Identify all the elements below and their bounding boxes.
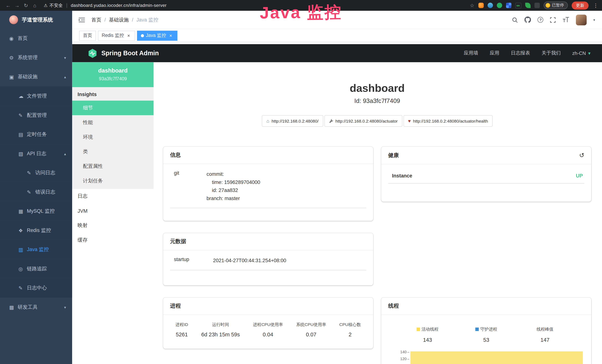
sidebar-item-infrastructure[interactable]: ▣ 基础设施 ▴ — [0, 67, 72, 86]
legend-value: 53 — [457, 337, 516, 343]
sba-brand[interactable]: Spring Boot Admin — [87, 48, 159, 58]
extension-on-icon[interactable]: on — [515, 2, 521, 8]
sba-language-select[interactable]: zh-CN ▾ — [572, 50, 591, 56]
sba-menu-scheduled-tasks[interactable]: 计划任务 — [72, 173, 153, 188]
sidebar-item-mysql-monitor[interactable]: ▦ MySQL 监控 — [0, 202, 72, 221]
sba-navbar: Spring Boot Admin 应用墙 应用 日志报表 关于我们 zh-CN… — [72, 44, 602, 62]
page-title: dashboard — [163, 82, 591, 94]
sidebar-item-tracing[interactable]: ◎ 链路追踪 — [0, 259, 72, 278]
extension-leaf-icon[interactable] — [525, 3, 530, 8]
instance-url-button[interactable]: ⌂ http://192.168.0.2:48080/ — [262, 115, 323, 127]
back-icon[interactable]: ← — [4, 2, 13, 8]
github-icon[interactable] — [525, 17, 531, 23]
stat-label: CPU核心数 — [339, 322, 361, 327]
breadcrumb-separator: / — [104, 17, 106, 23]
history-icon[interactable]: ↺ — [579, 152, 584, 159]
sidebar-item-access-logs[interactable]: ✎ 访问日志 — [0, 163, 72, 182]
spring-boot-admin-logo-icon — [87, 48, 97, 58]
app-logo[interactable]: 芋道管理系统 — [0, 11, 72, 29]
home-icon: ⌂ — [266, 118, 269, 124]
tab-home[interactable]: 首页 — [79, 31, 96, 41]
sba-menu-environment[interactable]: 环境 — [72, 130, 153, 144]
toolbox-icon: ▩ — [9, 304, 18, 310]
instance-links: ⌂ http://192.168.0.2:48080/ http://192.1… — [163, 115, 591, 127]
sidebar-item-dev-tools[interactable]: ▩ 研发工具 ▾ — [0, 298, 72, 317]
sidebar-item-label: MySQL 监控 — [27, 208, 55, 214]
threads-legend: 活动线程 143 守护进程 — [388, 320, 584, 343]
user-avatar[interactable] — [576, 14, 587, 25]
health-url-button[interactable]: ♥ http://192.168.0.2:48080/actuator/heal… — [403, 115, 493, 127]
update-button[interactable]: 更新 — [572, 1, 589, 9]
sba-menu-caches[interactable]: 缓存 — [72, 233, 153, 247]
process-card: 进程 进程ID 5261 运行时间 — [163, 298, 373, 349]
stat-value: 2 — [339, 331, 361, 337]
sba-menu-mappings[interactable]: 映射 — [72, 218, 153, 233]
user-menu-caret-icon[interactable]: ▾ — [593, 18, 595, 22]
sidebar-item-api-logs[interactable]: ▧ API 日志 ▴ — [0, 144, 72, 163]
sidebar-item-home[interactable]: ◉ 首页 — [0, 29, 72, 48]
help-icon[interactable]: ? — [538, 17, 543, 23]
legend-active-threads: 活动线程 143 — [398, 326, 457, 343]
active-tab-dot — [141, 34, 144, 37]
sidebar-item-log-center[interactable]: ✎ 日志中心 — [0, 278, 72, 298]
extension-green-circle-icon[interactable] — [497, 3, 502, 8]
metadata-value: 2021-04-27T00:44:31.254+08:00 — [213, 257, 286, 264]
reload-icon[interactable]: ↻ — [22, 2, 30, 8]
close-tab-icon[interactable]: × — [126, 33, 131, 38]
fullscreen-icon[interactable] — [550, 17, 556, 23]
sba-nav-about[interactable]: 关于我们 — [542, 50, 561, 56]
sba-nav-wallboard[interactable]: 应用墙 — [464, 50, 478, 56]
stat-label: 运行时间 — [201, 322, 240, 327]
sidebar-item-system-management[interactable]: ⚙ 系统管理 ▾ — [0, 48, 72, 67]
sba-menu-performance[interactable]: 性能 — [72, 115, 153, 130]
breadcrumb-home[interactable]: 首页 — [91, 16, 101, 23]
paused-badge[interactable]: 已暂停 — [543, 1, 568, 9]
browser-menu-icon[interactable]: ⋮ — [593, 2, 598, 8]
sidebar-item-scheduled-jobs[interactable]: ▤ 定时任务 — [0, 125, 72, 144]
health-url: http://192.168.0.2:48080/actuator/health — [413, 119, 488, 123]
extension-grid-icon[interactable] — [506, 3, 511, 8]
tab-redis-monitor[interactable]: Redis 监控 × — [98, 31, 135, 41]
sidebar-item-java-monitor[interactable]: ▥ Java 监控 — [0, 240, 72, 259]
git-branch-line: branch: master — [206, 194, 260, 202]
sba-menu-config-props[interactable]: 配置属性 — [72, 159, 153, 173]
daemon-threads-swatch — [475, 327, 479, 331]
close-tab-icon[interactable]: × — [168, 33, 173, 38]
sba-instance-header[interactable]: dashboard 93a3fc7f7409 — [72, 62, 153, 87]
tab-java-monitor[interactable]: Java 监控 × — [137, 31, 177, 41]
monitor-icon: ▣ — [9, 74, 18, 80]
address-url[interactable]: dashboard.yudao.iocoder.cn/infra/admin-s… — [71, 3, 166, 8]
sidebar-item-file-management[interactable]: ☁ 文件管理 — [0, 86, 72, 106]
git-commit-line: commit: — [206, 170, 260, 178]
sba-nav-journal[interactable]: 日志报表 — [511, 50, 530, 56]
stat-value: 0.07 — [296, 331, 326, 337]
sba-menu-details[interactable]: 细节 — [72, 101, 153, 115]
forward-icon[interactable]: → — [13, 2, 22, 8]
sidebar-item-config-management[interactable]: ✎ 配置管理 — [0, 106, 72, 125]
sba-menu-logs[interactable]: 日志 — [72, 189, 153, 203]
instance-id-line: Id: 93a3fc7f7409 — [163, 97, 591, 104]
security-indicator[interactable]: ⚠ 不安全 — [44, 2, 63, 8]
process-stat: 进程ID 5261 — [175, 322, 188, 337]
extension-fox-icon[interactable] — [478, 3, 484, 8]
sba-nav-applications[interactable]: 应用 — [490, 50, 499, 56]
sba-menu-classes[interactable]: 类 — [72, 144, 153, 159]
sidebar-item-error-logs[interactable]: ✎ 错误日志 — [0, 182, 72, 202]
font-size-icon[interactable] — [563, 17, 570, 23]
actuator-url-button[interactable]: http://192.168.0.2:48080/actuator — [324, 115, 402, 127]
process-stat: CPU核心数 2 — [339, 322, 361, 337]
extension-drop-icon[interactable] — [487, 3, 493, 8]
bookmark-star-icon[interactable]: ☆ — [470, 2, 474, 8]
sba-menu-jvm[interactable]: JVM — [72, 203, 153, 218]
search-icon[interactable] — [512, 17, 518, 23]
browser-chrome: ← → ↻ ⌂ ⚠ 不安全 | dashboard.yudao.iocoder.… — [0, 0, 602, 11]
tab-label: Redis 监控 — [102, 32, 124, 39]
yaxis-tick: 140 — [390, 350, 407, 357]
home-icon[interactable]: ⌂ — [30, 2, 39, 8]
collapse-sidebar-icon[interactable] — [78, 16, 85, 23]
sidebar-item-redis-monitor[interactable]: ❖ Redis 监控 — [0, 221, 72, 240]
sidebar-item-label: Redis 监控 — [27, 227, 51, 234]
extension-puzzle-icon[interactable] — [534, 3, 540, 8]
legend-daemon-threads: 守护进程 53 — [457, 326, 516, 343]
breadcrumb-infrastructure[interactable]: 基础设施 — [109, 16, 129, 23]
